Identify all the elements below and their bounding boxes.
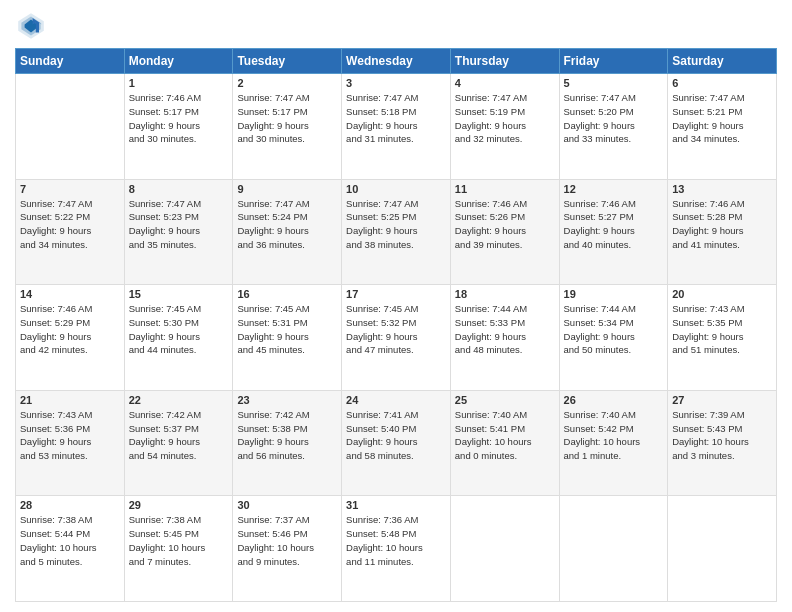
calendar-cell: 6Sunrise: 7:47 AMSunset: 5:21 PMDaylight…	[668, 74, 777, 180]
day-number: 3	[346, 77, 446, 89]
day-info: Sunrise: 7:42 AMSunset: 5:38 PMDaylight:…	[237, 408, 337, 463]
calendar-cell: 14Sunrise: 7:46 AMSunset: 5:29 PMDayligh…	[16, 285, 125, 391]
day-header-tuesday: Tuesday	[233, 49, 342, 74]
day-number: 24	[346, 394, 446, 406]
calendar-cell: 16Sunrise: 7:45 AMSunset: 5:31 PMDayligh…	[233, 285, 342, 391]
day-info: Sunrise: 7:40 AMSunset: 5:41 PMDaylight:…	[455, 408, 555, 463]
day-header-saturday: Saturday	[668, 49, 777, 74]
calendar-cell: 11Sunrise: 7:46 AMSunset: 5:26 PMDayligh…	[450, 179, 559, 285]
day-number: 7	[20, 183, 120, 195]
day-header-sunday: Sunday	[16, 49, 125, 74]
day-info: Sunrise: 7:47 AMSunset: 5:17 PMDaylight:…	[237, 91, 337, 146]
calendar-cell: 28Sunrise: 7:38 AMSunset: 5:44 PMDayligh…	[16, 496, 125, 602]
calendar-week-0: 1Sunrise: 7:46 AMSunset: 5:17 PMDaylight…	[16, 74, 777, 180]
calendar-cell: 31Sunrise: 7:36 AMSunset: 5:48 PMDayligh…	[342, 496, 451, 602]
day-number: 11	[455, 183, 555, 195]
calendar-cell: 5Sunrise: 7:47 AMSunset: 5:20 PMDaylight…	[559, 74, 668, 180]
calendar-cell: 22Sunrise: 7:42 AMSunset: 5:37 PMDayligh…	[124, 390, 233, 496]
calendar-cell: 27Sunrise: 7:39 AMSunset: 5:43 PMDayligh…	[668, 390, 777, 496]
day-info: Sunrise: 7:44 AMSunset: 5:33 PMDaylight:…	[455, 302, 555, 357]
day-info: Sunrise: 7:47 AMSunset: 5:22 PMDaylight:…	[20, 197, 120, 252]
day-number: 26	[564, 394, 664, 406]
day-info: Sunrise: 7:45 AMSunset: 5:30 PMDaylight:…	[129, 302, 229, 357]
day-number: 9	[237, 183, 337, 195]
calendar-cell: 21Sunrise: 7:43 AMSunset: 5:36 PMDayligh…	[16, 390, 125, 496]
day-number: 27	[672, 394, 772, 406]
calendar-week-2: 14Sunrise: 7:46 AMSunset: 5:29 PMDayligh…	[16, 285, 777, 391]
day-number: 28	[20, 499, 120, 511]
calendar-cell: 20Sunrise: 7:43 AMSunset: 5:35 PMDayligh…	[668, 285, 777, 391]
calendar-table: SundayMondayTuesdayWednesdayThursdayFrid…	[15, 48, 777, 602]
calendar-cell: 7Sunrise: 7:47 AMSunset: 5:22 PMDaylight…	[16, 179, 125, 285]
page: SundayMondayTuesdayWednesdayThursdayFrid…	[0, 0, 792, 612]
day-header-friday: Friday	[559, 49, 668, 74]
day-info: Sunrise: 7:45 AMSunset: 5:31 PMDaylight:…	[237, 302, 337, 357]
day-info: Sunrise: 7:47 AMSunset: 5:23 PMDaylight:…	[129, 197, 229, 252]
day-number: 5	[564, 77, 664, 89]
day-info: Sunrise: 7:47 AMSunset: 5:24 PMDaylight:…	[237, 197, 337, 252]
calendar-cell: 10Sunrise: 7:47 AMSunset: 5:25 PMDayligh…	[342, 179, 451, 285]
calendar-cell: 12Sunrise: 7:46 AMSunset: 5:27 PMDayligh…	[559, 179, 668, 285]
day-info: Sunrise: 7:46 AMSunset: 5:29 PMDaylight:…	[20, 302, 120, 357]
day-number: 10	[346, 183, 446, 195]
day-number: 31	[346, 499, 446, 511]
calendar-cell: 23Sunrise: 7:42 AMSunset: 5:38 PMDayligh…	[233, 390, 342, 496]
day-number: 1	[129, 77, 229, 89]
day-info: Sunrise: 7:46 AMSunset: 5:28 PMDaylight:…	[672, 197, 772, 252]
day-number: 15	[129, 288, 229, 300]
calendar-cell	[559, 496, 668, 602]
header	[15, 10, 777, 42]
day-info: Sunrise: 7:36 AMSunset: 5:48 PMDaylight:…	[346, 513, 446, 568]
calendar-cell	[16, 74, 125, 180]
day-info: Sunrise: 7:47 AMSunset: 5:18 PMDaylight:…	[346, 91, 446, 146]
day-info: Sunrise: 7:47 AMSunset: 5:19 PMDaylight:…	[455, 91, 555, 146]
day-info: Sunrise: 7:47 AMSunset: 5:21 PMDaylight:…	[672, 91, 772, 146]
day-info: Sunrise: 7:44 AMSunset: 5:34 PMDaylight:…	[564, 302, 664, 357]
day-info: Sunrise: 7:46 AMSunset: 5:27 PMDaylight:…	[564, 197, 664, 252]
calendar-cell: 2Sunrise: 7:47 AMSunset: 5:17 PMDaylight…	[233, 74, 342, 180]
calendar-week-1: 7Sunrise: 7:47 AMSunset: 5:22 PMDaylight…	[16, 179, 777, 285]
day-number: 22	[129, 394, 229, 406]
day-info: Sunrise: 7:46 AMSunset: 5:26 PMDaylight:…	[455, 197, 555, 252]
calendar-cell: 29Sunrise: 7:38 AMSunset: 5:45 PMDayligh…	[124, 496, 233, 602]
calendar-cell: 1Sunrise: 7:46 AMSunset: 5:17 PMDaylight…	[124, 74, 233, 180]
calendar-cell: 4Sunrise: 7:47 AMSunset: 5:19 PMDaylight…	[450, 74, 559, 180]
day-number: 21	[20, 394, 120, 406]
day-info: Sunrise: 7:46 AMSunset: 5:17 PMDaylight:…	[129, 91, 229, 146]
day-number: 12	[564, 183, 664, 195]
day-info: Sunrise: 7:42 AMSunset: 5:37 PMDaylight:…	[129, 408, 229, 463]
calendar-cell: 18Sunrise: 7:44 AMSunset: 5:33 PMDayligh…	[450, 285, 559, 391]
day-number: 18	[455, 288, 555, 300]
day-number: 29	[129, 499, 229, 511]
day-number: 6	[672, 77, 772, 89]
day-number: 17	[346, 288, 446, 300]
day-number: 23	[237, 394, 337, 406]
calendar-cell: 17Sunrise: 7:45 AMSunset: 5:32 PMDayligh…	[342, 285, 451, 391]
day-info: Sunrise: 7:37 AMSunset: 5:46 PMDaylight:…	[237, 513, 337, 568]
calendar-week-3: 21Sunrise: 7:43 AMSunset: 5:36 PMDayligh…	[16, 390, 777, 496]
day-header-thursday: Thursday	[450, 49, 559, 74]
day-info: Sunrise: 7:38 AMSunset: 5:44 PMDaylight:…	[20, 513, 120, 568]
day-info: Sunrise: 7:47 AMSunset: 5:25 PMDaylight:…	[346, 197, 446, 252]
day-number: 16	[237, 288, 337, 300]
day-header-monday: Monday	[124, 49, 233, 74]
calendar-cell: 15Sunrise: 7:45 AMSunset: 5:30 PMDayligh…	[124, 285, 233, 391]
day-number: 8	[129, 183, 229, 195]
day-number: 4	[455, 77, 555, 89]
logo-icon	[15, 10, 47, 42]
day-info: Sunrise: 7:40 AMSunset: 5:42 PMDaylight:…	[564, 408, 664, 463]
calendar-cell: 8Sunrise: 7:47 AMSunset: 5:23 PMDaylight…	[124, 179, 233, 285]
day-number: 19	[564, 288, 664, 300]
calendar-cell	[450, 496, 559, 602]
day-info: Sunrise: 7:43 AMSunset: 5:36 PMDaylight:…	[20, 408, 120, 463]
day-number: 30	[237, 499, 337, 511]
calendar-cell: 3Sunrise: 7:47 AMSunset: 5:18 PMDaylight…	[342, 74, 451, 180]
calendar-cell: 25Sunrise: 7:40 AMSunset: 5:41 PMDayligh…	[450, 390, 559, 496]
logo	[15, 10, 51, 42]
day-number: 2	[237, 77, 337, 89]
day-number: 14	[20, 288, 120, 300]
calendar-cell: 13Sunrise: 7:46 AMSunset: 5:28 PMDayligh…	[668, 179, 777, 285]
calendar-week-4: 28Sunrise: 7:38 AMSunset: 5:44 PMDayligh…	[16, 496, 777, 602]
calendar-cell: 24Sunrise: 7:41 AMSunset: 5:40 PMDayligh…	[342, 390, 451, 496]
calendar-cell: 26Sunrise: 7:40 AMSunset: 5:42 PMDayligh…	[559, 390, 668, 496]
